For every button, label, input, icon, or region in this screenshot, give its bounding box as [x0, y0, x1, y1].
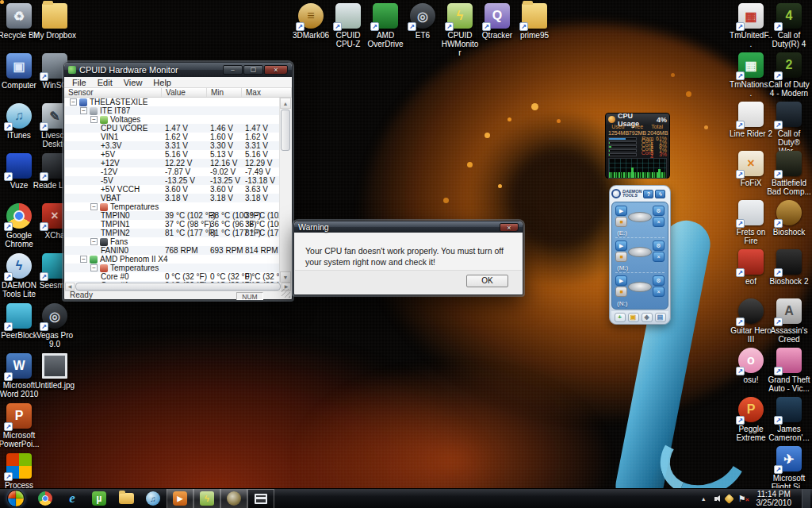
taskbar-cpuid-hwmonitor[interactable]: ϟ — [193, 489, 220, 508]
desktop-icon-james-cameron[interactable]: ↗James Cameron'... — [767, 397, 811, 442]
sensor-row[interactable]: VBAT3.18 V3.18 V3.18 V — [65, 194, 291, 202]
desktop-icon-assassin-s-creed[interactable]: A↗Assassin's Creed — [767, 298, 811, 344]
taskbar-start-button[interactable] — [0, 489, 32, 508]
taskbar-internet-explorer[interactable]: e — [59, 489, 86, 508]
collapse-icon[interactable]: − — [90, 264, 98, 271]
close-button[interactable] — [264, 65, 288, 75]
sensor-row[interactable]: +5V VCCH3.60 V3.60 V3.63 V — [65, 185, 291, 194]
desktop-icon-call-of-duty-r-4[interactable]: 4↗Call of Duty(R) 4 -... — [767, 3, 811, 57]
collapse-icon[interactable]: − — [90, 116, 98, 123]
cpu-usage-gadget[interactable]: CPU Usage 4% Used Free Total 1254MB 792M… — [605, 113, 670, 179]
unmount-button[interactable]: × — [653, 252, 665, 262]
desktop-icon-bioshock[interactable]: ↗Bioshock — [767, 200, 811, 237]
scroll-down-icon[interactable]: ▼ — [280, 271, 291, 283]
sensor-row[interactable]: +3.3V3.31 V3.30 V3.31 V — [65, 141, 291, 150]
scroll-up-icon[interactable]: ▲ — [280, 98, 291, 109]
sensor-group-row[interactable]: −Fans — [65, 237, 291, 246]
warning-close-button[interactable] — [500, 223, 519, 232]
collapse-icon[interactable]: − — [80, 107, 87, 114]
menu-view[interactable]: View — [118, 77, 148, 87]
show-desktop-button[interactable] — [802, 489, 810, 508]
eject-button[interactable]: ■ — [615, 217, 627, 227]
image-catalog-button[interactable]: ▣ — [628, 313, 639, 322]
resize-grip[interactable] — [282, 289, 290, 298]
collapse-icon[interactable]: − — [70, 98, 77, 106]
mount-play-button[interactable]: ▶ — [615, 241, 627, 251]
desktop-icon-bioshock-2[interactable]: ↗Bioshock 2 — [767, 249, 811, 286]
sensor-name: ITE IT87 — [100, 106, 130, 115]
scroll-left-icon[interactable]: ◀ — [65, 283, 75, 291]
sensor-group-row[interactable]: −ITE IT87 — [65, 106, 291, 115]
taskbar-et6[interactable] — [220, 489, 247, 508]
taskbar-itunes[interactable]: ♫ — [140, 489, 167, 508]
drive-settings-button[interactable]: ⚙ — [653, 275, 665, 286]
sensor-group-row[interactable]: −THELASTEXILE — [65, 98, 291, 106]
menu-help[interactable]: Help — [147, 77, 177, 87]
desktop-icon-call-of-duty-4-modern[interactable]: 2↗Call of Duty 4 - Modern ... — [767, 52, 811, 106]
menu-file[interactable]: File — [67, 77, 92, 87]
daemon-tray-icon[interactable] — [724, 494, 734, 504]
taskbar-windows-explorer[interactable] — [113, 489, 140, 508]
hwmonitor-titlebar[interactable]: CPUID Hardware Monitor — [64, 63, 292, 77]
mount-play-button[interactable]: ▶ — [615, 206, 627, 216]
hwmonitor-app-icon — [68, 66, 76, 74]
sensor-row[interactable]: TMPIN281 °C (177 °F)81 °C (177 °F)81 °C … — [65, 229, 291, 237]
collapse-icon[interactable]: − — [80, 256, 87, 263]
collapse-icon[interactable]: − — [90, 238, 98, 245]
panel-button[interactable]: ▤ — [655, 313, 666, 322]
taskbar-media-player[interactable]: ▶ — [167, 489, 193, 508]
sensor-group-row[interactable]: −AMD Phenom II X4 — [65, 255, 291, 264]
maximize-button[interactable] — [243, 65, 263, 75]
taskbar-dialog-window[interactable] — [247, 489, 274, 508]
drive-settings-button[interactable]: ⚙ — [653, 206, 665, 216]
unmount-button[interactable]: × — [653, 287, 665, 297]
unmount-button[interactable]: × — [653, 217, 665, 227]
horizontal-scrollbar[interactable]: ◀ ▶ — [65, 283, 291, 291]
desktop-icon-battlefield-bad-comp[interactable]: ↗Battlefield Bad Comp... — [767, 151, 811, 196]
sensor-row[interactable]: +5V5.16 V5.13 V5.16 V — [65, 150, 291, 159]
action-center-flag-icon[interactable]: ⚑× — [738, 495, 746, 503]
column-header-max[interactable]: Max — [242, 88, 292, 97]
sensor-row[interactable]: +12V12.22 V12.16 V12.29 V — [65, 159, 291, 167]
horizontal-scroll-thumb[interactable] — [75, 283, 281, 291]
desktop-icon-grand-theft-auto-vic[interactable]: ↗Grand Theft Auto - Vic... — [767, 348, 811, 393]
warning-titlebar[interactable]: Warning — [294, 221, 523, 233]
minimize-button[interactable] — [223, 65, 243, 75]
column-header-min[interactable]: Min — [207, 88, 242, 97]
column-header-sensor[interactable]: Sensor — [64, 88, 162, 97]
desktop-icon-call-of-duty-wor[interactable]: ↗Call of Duty® Wor... — [767, 102, 811, 156]
daemon-tools-gadget[interactable]: DAEMON TOOLS ? ϟ ▶ ■ ⚙ × (E:) ▶ ■ ⚙ — [609, 185, 671, 325]
sensor-row[interactable]: -5V-13.25 V-13.25 V-13.18 V — [65, 176, 291, 185]
sensor-group-row[interactable]: −Temperatures — [65, 264, 291, 272]
taskbar-google-chrome[interactable] — [32, 489, 59, 508]
taskbar-clock[interactable]: 11:14 PM 3/25/2010 — [752, 490, 797, 507]
ok-button[interactable]: OK — [466, 275, 508, 287]
menu-edit[interactable]: Edit — [92, 77, 118, 87]
sensor-group-row[interactable]: −Voltages — [65, 115, 291, 124]
eject-button[interactable]: ■ — [615, 287, 627, 297]
sensor-row[interactable]: -12V-7.87 V-9.02 V-7.49 V — [65, 167, 291, 176]
collapse-icon[interactable]: − — [90, 203, 98, 210]
taskbar-utorrent[interactable]: µ — [86, 489, 113, 508]
volume-icon[interactable] — [712, 495, 720, 502]
show-hidden-icons-icon[interactable]: ▲ — [701, 496, 707, 502]
sensor-row[interactable]: FANIN0768 RPM693 RPM814 RPM — [65, 246, 291, 255]
add-image-button[interactable]: + — [615, 313, 626, 322]
mount-play-button[interactable]: ▶ — [615, 275, 627, 286]
sensor-row[interactable]: TMPIN137 °C (98 °F)36 °C (96 °F)38 °C (1… — [65, 220, 291, 229]
sensor-row[interactable]: CPU VCORE1.47 V1.46 V1.47 V — [65, 124, 291, 133]
daemon-connect-button[interactable]: ϟ — [655, 190, 665, 198]
column-header-value[interactable]: Value — [162, 88, 207, 97]
fan-node-icon — [100, 238, 108, 246]
sensor-row[interactable]: Core #00 °C (32 °F)0 °C (32 °F)0 °C (32 … — [65, 272, 291, 281]
lock-button[interactable]: ◈ — [642, 313, 653, 322]
sensor-group-row[interactable]: −Temperatures — [65, 202, 291, 211]
sensor-row[interactable]: VIN11.62 V1.60 V1.62 V — [65, 133, 291, 141]
drive-settings-button[interactable]: ⚙ — [653, 241, 665, 251]
desktop-icon-microsoft-flight-si[interactable]: ✈↗Microsoft Flight Si... — [767, 446, 811, 491]
vertical-scrollbar[interactable]: ▲ ▼ — [279, 98, 291, 283]
sensor-row[interactable]: TMPIN039 °C (102 °F)38 °C (100 °F)39 °C … — [65, 211, 291, 220]
daemon-help-button[interactable]: ? — [643, 190, 653, 198]
vertical-scroll-thumb[interactable] — [281, 110, 290, 151]
eject-button[interactable]: ■ — [615, 252, 627, 262]
